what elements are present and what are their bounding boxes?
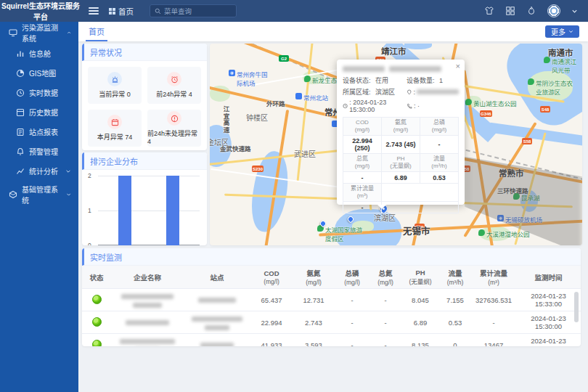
table-header-row: 状态 企业名称 站点 COD(mg/l) 氨氮(mg/l) 总磷(mg/l) 总…: [82, 266, 581, 289]
map-poi: 常阴沙生态农业旅游区: [528, 78, 577, 96]
search-icon: [155, 8, 161, 15]
card-label: 前24h未处理异常 4: [147, 128, 201, 145]
map-water: [489, 123, 582, 147]
bar-wuxi: [118, 176, 131, 245]
enterprise-distribution-panel: 排污企业分布 2 1 0 无锡市 滨湖区: [82, 152, 207, 245]
card-24h-abnormal[interactable]: 前24h异常 4: [147, 67, 201, 104]
card-label: 本月异常 74: [97, 132, 133, 142]
card-label: 前24h异常 4: [156, 89, 192, 99]
popup-title-redacted: [343, 66, 459, 72]
sidebar-item-site-report[interactable]: 站点报表: [0, 122, 78, 142]
user-avatar[interactable]: [547, 4, 560, 17]
sidebar-item-alert-management[interactable]: 预警管理: [0, 142, 78, 161]
bell-icon: [16, 147, 25, 156]
panel-title: 实时监测: [82, 248, 581, 266]
line-chart-icon: [16, 167, 25, 176]
monitor-icon: [9, 28, 17, 37]
sidebar-item-label: 实时数据: [29, 87, 58, 98]
park-icon: [478, 229, 485, 236]
status-dot-online: [92, 340, 102, 347]
map-poi-airport: ✈常州奔牛国际机场: [229, 70, 271, 87]
sidebar-item-label: 信息舱: [29, 48, 51, 59]
theme-shirt-icon[interactable]: [484, 6, 494, 16]
status-dot-online: [92, 295, 102, 304]
road-shield: S230: [252, 166, 264, 172]
sidebar-item-realtime-data[interactable]: 实时数据: [0, 83, 78, 102]
phone-icon: [407, 103, 412, 109]
map-water: [404, 44, 432, 49]
flame-icon[interactable]: [526, 6, 536, 16]
map-poi: 太湖国家旅游度假区: [317, 225, 368, 242]
region: 所属区域: 滨湖区: [343, 87, 407, 97]
layout-screen-icon[interactable]: [505, 6, 515, 16]
road-shield: S58: [522, 138, 532, 144]
table-scrollbar[interactable]: [574, 292, 579, 322]
bar-binhu: [166, 176, 179, 245]
road-shield: G2: [279, 55, 289, 62]
map-canvas[interactable]: G42 G2 S48 S39 S58 S19 S230 G346 S48 S58…: [210, 44, 582, 245]
map-label-road: 江宜高速: [221, 106, 230, 134]
sidebar-item-info-cabin[interactable]: 信息舱: [0, 44, 78, 63]
calendar-icon: [111, 118, 119, 126]
sidebar-item-base-system[interactable]: 基础管理系统: [0, 184, 78, 205]
close-icon[interactable]: ×: [456, 62, 460, 70]
clock-icon: [16, 89, 25, 97]
card-current-abnormal[interactable]: 当前异常 0: [88, 67, 142, 104]
card-unhandled-abnormal[interactable]: 前24h未处理异常 4: [147, 110, 201, 147]
map-label-district: 武进区: [294, 148, 316, 159]
chevron-down-icon[interactable]: [571, 8, 578, 15]
top-header: Squirrel生态环境云服务平台 首页: [0, 0, 588, 22]
location-pin-icon: [407, 89, 412, 95]
popup-pointer: [377, 205, 386, 209]
map-poi: 黄山湖生态公园: [465, 99, 517, 107]
device-status: 设备状态: 在用: [343, 75, 407, 85]
site-redacted: [184, 334, 250, 347]
company-redacted: [111, 311, 184, 334]
status-dot-online: [92, 317, 102, 327]
map-label-city: 无锡市: [403, 224, 430, 237]
menu-search-box[interactable]: [150, 4, 237, 17]
device-count: 设备数量: 1: [407, 75, 459, 85]
breadcrumb[interactable]: 首页: [109, 6, 134, 17]
tab-home[interactable]: 首页: [86, 22, 107, 41]
map-poi: 大溪港湿地公园: [478, 229, 530, 238]
map-label-district: 滨湖区: [374, 212, 396, 223]
map-poi: 南通滨江风光带: [544, 57, 581, 74]
search-input[interactable]: [164, 7, 229, 15]
hamburger-menu-icon[interactable]: [89, 7, 99, 15]
map-label-road: 外环路: [266, 99, 285, 107]
bar-chart-icon: [16, 49, 25, 58]
history-icon: [16, 108, 25, 117]
popup-readings-table: COD(mg/l) 氨氮(mg/l) 总磷(mg/l) 22.994 (250)…: [343, 117, 459, 213]
table-row[interactable]: 22.994 2.743 - - 6.89 0.53 - 2024-01-23 …: [82, 311, 581, 334]
company-redacted: [111, 289, 184, 311]
map-label-city: 靖江市: [381, 45, 407, 57]
cube-icon: [9, 190, 17, 199]
card-month-abnormal[interactable]: 本月异常 74: [88, 110, 142, 147]
address: :: [407, 87, 459, 97]
park-icon: [528, 78, 534, 85]
road-shield: G346: [480, 110, 492, 117]
map-label-district: 钟楼区: [246, 112, 268, 123]
clock-icon: [343, 103, 348, 109]
grid-icon: [109, 8, 115, 15]
sidebar-item-statistics[interactable]: 统计分析: [0, 161, 78, 181]
map-info-popup: × 设备状态: 在用 设备数量: 1 所属区域: 滨湖区 : : 2024-01…: [337, 60, 465, 205]
sidebar-item-label: 统计分析: [29, 166, 58, 176]
sidebar-item-gis-map[interactable]: GIS地图: [0, 63, 78, 83]
breadcrumb-home[interactable]: 首页: [118, 6, 134, 17]
more-button[interactable]: 更多: [545, 25, 579, 38]
table-row[interactable]: 65.437 12.731 - - 8.045 7.155 327636.531…: [82, 289, 581, 311]
panel-title: 排污企业分布: [82, 152, 207, 170]
popup-phone: : ·: [407, 99, 459, 113]
y-tick: 1: [88, 207, 91, 214]
sidebar-item-label: 预警管理: [29, 146, 58, 157]
sidebar-item-history-data[interactable]: 历史数据: [0, 102, 78, 122]
sidebar-item-label: 历史数据: [29, 107, 58, 118]
table-row[interactable]: 41.933 3.593 - - 8.135 0 13467 2024-01-2…: [82, 334, 581, 347]
park-icon: [465, 99, 472, 105]
sidebar-item-pollution-system[interactable]: 污染源监测系统: [0, 22, 78, 44]
map-label-road: 金武快速路: [220, 144, 251, 152]
company-redacted: [111, 334, 184, 347]
report-icon: [16, 128, 25, 136]
